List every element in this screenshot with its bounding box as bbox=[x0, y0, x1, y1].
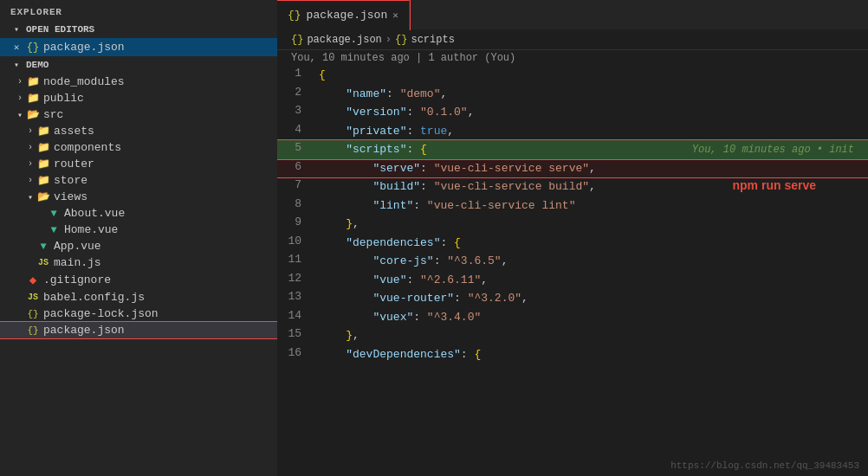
line-content-5: "scripts": { You, 10 minutes ago • init bbox=[312, 140, 868, 159]
arrow-components: › bbox=[24, 143, 36, 152]
tab-filename: package.json bbox=[307, 9, 388, 22]
tab-icon-json: {} bbox=[288, 9, 301, 22]
open-editor-item-package-json[interactable]: ✕ {} package.json bbox=[0, 38, 277, 56]
sidebar-title: EXPLORER bbox=[0, 0, 277, 21]
line-content-1: { bbox=[312, 66, 868, 85]
tree-item-package-json[interactable]: {} package.json bbox=[0, 322, 277, 338]
line-content-4: "private": true, bbox=[312, 122, 868, 141]
section-demo[interactable]: ▾ DEMO bbox=[0, 56, 277, 74]
line-num-1: 1 bbox=[277, 66, 312, 80]
label-node-modules: node_modules bbox=[43, 75, 125, 88]
line-num-10: 10 bbox=[277, 234, 312, 248]
section-open-editors[interactable]: ▾ OPEN EDITORS bbox=[0, 21, 277, 38]
tree-item-about-vue[interactable]: ▼ About.vue bbox=[0, 205, 277, 222]
label-router: router bbox=[54, 158, 94, 170]
folder-icon-views: 📂 bbox=[36, 190, 50, 203]
tree-item-router[interactable]: › 📁 router bbox=[0, 156, 277, 172]
tree-item-public[interactable]: › 📁 public bbox=[0, 90, 277, 106]
code-line-10: 10 "dependencies": { bbox=[277, 234, 868, 253]
line-content-8: "lint": "vue-cli-service lint" bbox=[312, 196, 868, 215]
line-content-9: }, bbox=[312, 215, 868, 234]
folder-icon-public: 📁 bbox=[26, 92, 40, 105]
folder-icon-components: 📁 bbox=[36, 141, 50, 154]
line-content-12: "vue": "^2.6.11", bbox=[312, 271, 868, 290]
tree-item-app-vue[interactable]: ▼ App.vue bbox=[0, 238, 277, 254]
label-home-vue: Home.vue bbox=[64, 223, 118, 236]
breadcrumb-section: scripts bbox=[411, 34, 454, 46]
vue-icon-home: ▼ bbox=[47, 224, 61, 236]
code-line-2: 2 "name": "demo", bbox=[277, 85, 868, 104]
tree-item-node-modules[interactable]: › 📁 node_modules bbox=[0, 74, 277, 90]
open-editor-filename: package.json bbox=[43, 41, 125, 54]
line-content-16: "devDependencies": { bbox=[312, 345, 868, 364]
label-about-vue: About.vue bbox=[64, 207, 125, 220]
arrow-public: › bbox=[14, 93, 26, 103]
tree-item-home-vue[interactable]: ▼ Home.vue bbox=[0, 222, 277, 238]
label-src: src bbox=[43, 108, 63, 121]
line-content-14: "vuex": "^3.4.0" bbox=[312, 308, 868, 327]
tree-item-store[interactable]: › 📁 store bbox=[0, 172, 277, 189]
vue-icon-about: ▼ bbox=[47, 208, 61, 220]
code-line-8: 8 "lint": "vue-cli-service lint" bbox=[277, 196, 868, 215]
code-line-1: 1 { bbox=[277, 66, 868, 85]
folder-icon-node-modules: 📁 bbox=[26, 75, 40, 88]
tree-item-package-lock[interactable]: {} package-lock.json bbox=[0, 306, 277, 322]
breadcrumb-file: {} bbox=[291, 34, 303, 46]
label-store: store bbox=[54, 174, 87, 187]
line-num-16: 16 bbox=[277, 345, 312, 360]
editor-area: {} package.json ✕ {} package.json › {} s… bbox=[277, 0, 868, 476]
tree-item-components[interactable]: › 📁 components bbox=[0, 139, 277, 156]
arrow-store: › bbox=[24, 176, 36, 185]
code-line-12: 12 "vue": "^2.6.11", bbox=[277, 271, 868, 290]
tab-bar: {} package.json ✕ bbox=[277, 0, 868, 30]
watermark: https://blog.csdn.net/qq_39483453 bbox=[670, 460, 859, 471]
tree-item-gitignore[interactable]: ◆ .gitignore bbox=[0, 271, 277, 289]
breadcrumb: {} package.json › {} scripts bbox=[277, 30, 868, 50]
line-content-13: "vue-router": "^3.2.0", bbox=[312, 289, 868, 308]
line-num-12: 12 bbox=[277, 271, 312, 286]
label-package-lock: package-lock.json bbox=[43, 307, 159, 320]
line-num-11: 11 bbox=[277, 252, 312, 267]
section-label-open-editors: OPEN EDITORS bbox=[26, 24, 94, 35]
line-content-3: "version": "0.1.0", bbox=[312, 103, 868, 122]
arrow-demo: ▾ bbox=[10, 60, 23, 70]
section-label-demo: DEMO bbox=[26, 60, 49, 70]
tree-item-views[interactable]: ▾ 📂 views bbox=[0, 189, 277, 205]
line-num-7: 7 bbox=[277, 177, 312, 192]
line-content-11: "core-js": "^3.6.5", bbox=[312, 252, 868, 271]
arrow-open-editors: ▾ bbox=[10, 24, 23, 35]
code-line-7: 7 "build": "vue-cli-service build", bbox=[277, 177, 868, 196]
tree-item-src[interactable]: ▾ 📂 src bbox=[0, 106, 277, 123]
tree-item-assets[interactable]: › 📁 assets bbox=[0, 123, 277, 139]
line-num-13: 13 bbox=[277, 289, 312, 304]
label-babel-config: babel.config.js bbox=[43, 291, 145, 304]
tab-close-button[interactable]: ✕ bbox=[392, 10, 398, 21]
folder-icon-router: 📁 bbox=[36, 158, 50, 170]
git-icon-gitignore: ◆ bbox=[26, 273, 40, 287]
code-line-4: 4 "private": true, bbox=[277, 122, 868, 141]
line-num-2: 2 bbox=[277, 85, 312, 100]
code-line-3: 3 "version": "0.1.0", bbox=[277, 103, 868, 122]
close-icon[interactable]: ✕ bbox=[10, 42, 23, 53]
git-blame-text: You, 10 minutes ago | 1 author (You) bbox=[291, 52, 515, 64]
tab-package-json[interactable]: {} package.json ✕ bbox=[277, 0, 410, 30]
folder-icon-src: 📂 bbox=[26, 108, 40, 121]
code-area[interactable]: npm run serve https://blog.csdn.net/qq_3… bbox=[277, 66, 868, 476]
tree-item-main-js[interactable]: JS main.js bbox=[0, 254, 277, 271]
folder-icon-store: 📁 bbox=[36, 174, 50, 187]
code-line-16: 16 "devDependencies": { bbox=[277, 345, 868, 364]
git-blame: You, 10 minutes ago | 1 author (You) bbox=[277, 50, 868, 66]
label-main-js: main.js bbox=[54, 256, 101, 269]
line-num-3: 3 bbox=[277, 103, 312, 118]
arrow-views: ▾ bbox=[24, 192, 36, 203]
breadcrumb-sep: › bbox=[385, 34, 392, 46]
line-content-6: "serve": "vue-cli-service serve", bbox=[312, 159, 868, 178]
line-content-15: }, bbox=[312, 326, 868, 345]
js-icon-babel: JS bbox=[26, 293, 40, 302]
label-assets: assets bbox=[54, 125, 94, 138]
tree-item-babel-config[interactable]: JS babel.config.js bbox=[0, 289, 277, 306]
line-num-4: 4 bbox=[277, 122, 312, 137]
line-num-9: 9 bbox=[277, 215, 312, 229]
label-components: components bbox=[54, 141, 121, 154]
json-icon-package-lock: {} bbox=[26, 309, 40, 319]
